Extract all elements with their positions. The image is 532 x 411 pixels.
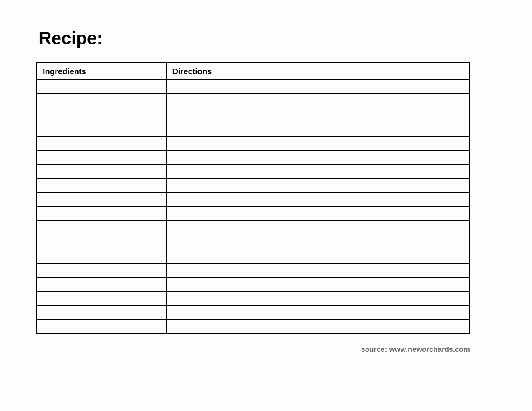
directions-cell[interactable] [166,291,470,305]
ingredients-cell[interactable] [37,235,166,249]
table-row [37,193,470,207]
source-attribution: source: www.neworchards.com [36,345,470,354]
table-row [37,179,470,193]
directions-cell[interactable] [166,150,470,164]
ingredients-cell[interactable] [37,305,166,320]
table-row [37,207,470,221]
table-row [37,235,470,249]
ingredients-cell[interactable] [37,193,166,207]
directions-cell[interactable] [166,179,470,193]
directions-cell[interactable] [166,136,470,150]
table-header-row: Ingredients Directions [37,63,470,80]
directions-cell[interactable] [166,249,470,263]
table-row [37,108,470,122]
ingredients-cell[interactable] [37,277,166,291]
recipe-table: Ingredients Directions [36,62,470,334]
table-row [37,221,470,235]
directions-cell[interactable] [166,277,470,291]
directions-cell[interactable] [166,221,470,235]
directions-cell[interactable] [166,122,470,136]
table-row [37,122,470,136]
table-row [37,305,470,320]
directions-cell[interactable] [166,235,470,249]
table-row [37,94,470,108]
ingredients-cell[interactable] [37,80,166,94]
ingredients-cell[interactable] [37,320,166,334]
column-header-directions: Directions [166,63,470,80]
column-header-ingredients: Ingredients [37,63,166,80]
ingredients-cell[interactable] [37,136,166,150]
ingredients-cell[interactable] [37,150,166,164]
ingredients-cell[interactable] [37,221,166,235]
ingredients-cell[interactable] [37,263,166,277]
table-row [37,80,470,94]
directions-cell[interactable] [166,193,470,207]
ingredients-cell[interactable] [37,108,166,122]
directions-cell[interactable] [166,164,470,179]
directions-cell[interactable] [166,263,470,277]
table-row [37,136,470,150]
ingredients-cell[interactable] [37,291,166,305]
table-row [37,263,470,277]
ingredients-cell[interactable] [37,207,166,221]
table-row [37,291,470,305]
table-row [37,150,470,164]
directions-cell[interactable] [166,207,470,221]
directions-cell[interactable] [166,320,470,334]
ingredients-cell[interactable] [37,164,166,179]
table-row [37,320,470,334]
directions-cell[interactable] [166,305,470,320]
table-row [37,164,470,179]
directions-cell[interactable] [166,108,470,122]
table-row [37,277,470,291]
directions-cell[interactable] [166,80,470,94]
page-title: Recipe: [39,28,496,48]
directions-cell[interactable] [166,94,470,108]
ingredients-cell[interactable] [37,249,166,263]
ingredients-cell[interactable] [37,122,166,136]
ingredients-cell[interactable] [37,94,166,108]
table-row [37,249,470,263]
ingredients-cell[interactable] [37,179,166,193]
